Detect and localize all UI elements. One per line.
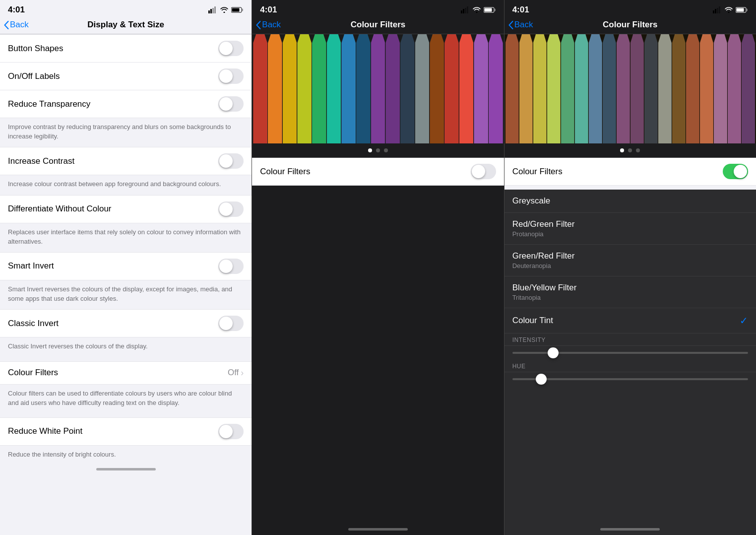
back-label-2: Back	[262, 20, 281, 30]
on-off-labels-toggle[interactable]	[218, 68, 244, 84]
back-button-3[interactable]: Back	[508, 20, 533, 30]
signal-icon-2	[461, 6, 470, 13]
wifi-icon	[220, 7, 228, 13]
panel-colour-filters-on: 4:01 Back	[504, 0, 756, 535]
chevron-left-icon-1	[4, 21, 9, 29]
chevron-left-icon-3	[508, 21, 513, 29]
differentiate-without-colour-toggle[interactable]	[218, 201, 244, 217]
classic-invert-toggle[interactable]	[218, 316, 244, 331]
svg-rect-13	[484, 8, 492, 12]
colour-filters-toggle-row-2[interactable]: Colour Filters	[252, 158, 504, 186]
svg-rect-7	[461, 10, 462, 13]
panel-display-text-size: 4:01 Back	[0, 0, 252, 535]
svg-rect-14	[713, 10, 714, 13]
pencil-13	[430, 34, 444, 143]
wifi-icon-2	[473, 7, 481, 13]
pencil-3-4	[547, 34, 561, 143]
pencil-3-10	[630, 34, 644, 143]
filter-item-left-green-red: Green/Red Filter Deuteranopia	[512, 251, 575, 269]
intensity-slider-track[interactable]	[512, 352, 748, 354]
increase-contrast-toggle[interactable]	[218, 153, 244, 169]
dot-3-3	[636, 148, 640, 152]
hue-slider-track[interactable]	[512, 378, 748, 380]
pencil-5	[312, 34, 326, 143]
smart-invert-toggle[interactable]	[218, 259, 244, 274]
filter-item-blue-yellow[interactable]: Blue/Yellow Filter Tritanopia	[504, 276, 756, 308]
pencil-14	[444, 34, 459, 143]
filter-name-blue-yellow: Blue/Yellow Filter	[512, 283, 577, 293]
classic-invert-row[interactable]: Classic Invert	[0, 309, 252, 337]
increase-contrast-row[interactable]: Increase Contrast	[0, 147, 252, 175]
pencil-3-11	[644, 34, 658, 143]
increase-contrast-desc: Increase colour contrast between app for…	[8, 180, 221, 188]
smart-invert-desc-row: Smart Invert reverses the colours of the…	[0, 280, 252, 309]
pencil-3-12	[658, 34, 672, 143]
colour-filters-row[interactable]: Colour Filters Off ›	[0, 361, 252, 385]
back-button-1[interactable]: Back	[4, 20, 29, 30]
intensity-slider-thumb[interactable]	[548, 347, 559, 358]
hue-slider-row[interactable]	[504, 372, 756, 386]
battery-icon-3	[736, 7, 748, 13]
increase-contrast-desc-row: Increase colour contrast between app for…	[0, 175, 252, 195]
filter-item-colour-tint[interactable]: Colour Tint ✓	[504, 308, 756, 334]
svg-rect-0	[208, 10, 210, 13]
reduce-white-point-row[interactable]: Reduce White Point	[0, 417, 252, 446]
intensity-section-header: INTENSITY	[504, 334, 756, 345]
filter-item-left-colour-tint: Colour Tint	[512, 316, 553, 326]
colour-filters-toggle-3[interactable]	[723, 164, 748, 179]
svg-rect-15	[715, 9, 716, 13]
differentiate-without-colour-label: Differentiate Without Colour	[8, 204, 112, 214]
colour-filters-value: Off ›	[228, 368, 244, 378]
pencil-3-16	[714, 34, 727, 143]
filter-item-greyscale[interactable]: Greyscale	[504, 190, 756, 213]
reduce-transparency-row[interactable]: Reduce Transparency	[0, 90, 252, 118]
reduce-white-point-toggle[interactable]	[218, 424, 244, 439]
scroll-content-1[interactable]: Button Shapes On/Off Labels Reduce Trans…	[0, 34, 252, 535]
status-icons-3	[713, 6, 748, 13]
pencil-3-14	[686, 34, 699, 143]
status-bar-1: 4:01	[0, 0, 252, 18]
home-bar-1	[96, 468, 156, 470]
svg-rect-12	[495, 9, 496, 11]
battery-icon	[231, 7, 244, 13]
filter-item-red-green[interactable]: Red/Green Filter Protanopia	[504, 213, 756, 245]
smart-invert-row[interactable]: Smart Invert	[0, 252, 252, 280]
button-shapes-toggle[interactable]	[218, 41, 244, 56]
nav-bar-2: Back Colour Filters	[252, 18, 504, 34]
back-button-2[interactable]: Back	[256, 20, 281, 30]
svg-rect-6	[232, 8, 240, 12]
panel-colour-filters-off: 4:01 Back	[252, 0, 504, 535]
colour-filters-chevron: ›	[241, 368, 244, 378]
nav-title-3: Colour Filters	[603, 20, 658, 30]
button-shapes-label: Button Shapes	[8, 44, 63, 54]
colour-filters-toggle-row-3[interactable]: Colour Filters	[504, 158, 756, 186]
home-indicator-2	[252, 525, 504, 535]
pencil-image-2	[252, 34, 504, 143]
pencil-12	[415, 34, 430, 143]
button-shapes-row[interactable]: Button Shapes	[0, 34, 252, 63]
status-bar-2: 4:01	[252, 0, 504, 18]
filter-name-greyscale: Greyscale	[512, 196, 551, 206]
pencil-15	[459, 34, 474, 143]
colour-filters-toggle-2[interactable]	[471, 164, 496, 179]
reduce-transparency-toggle[interactable]	[218, 96, 244, 112]
hue-slider-thumb[interactable]	[536, 374, 547, 385]
pencil-7	[341, 34, 356, 143]
differentiate-without-colour-row[interactable]: Differentiate Without Colour	[0, 195, 252, 223]
home-indicator-3	[504, 525, 756, 535]
on-off-labels-label: On/Off Labels	[8, 71, 60, 81]
intensity-slider-row[interactable]	[504, 346, 756, 360]
filter-sub-green-red: Deuteranopia	[512, 262, 575, 269]
dots-bar-3	[504, 143, 756, 158]
svg-rect-10	[467, 6, 468, 13]
on-off-labels-row[interactable]: On/Off Labels	[0, 63, 252, 90]
colour-filters-desc-row: Colour filters can be used to differenti…	[0, 385, 252, 413]
dot-2-1	[368, 148, 372, 152]
home-bar-3	[600, 528, 660, 531]
pencil-10	[385, 34, 400, 143]
pencil-3-9	[617, 34, 630, 143]
increase-contrast-label: Increase Contrast	[8, 156, 74, 166]
svg-rect-3	[214, 6, 216, 13]
filter-item-green-red[interactable]: Green/Red Filter Deuteranopia	[504, 245, 756, 276]
pencil-11	[400, 34, 415, 143]
